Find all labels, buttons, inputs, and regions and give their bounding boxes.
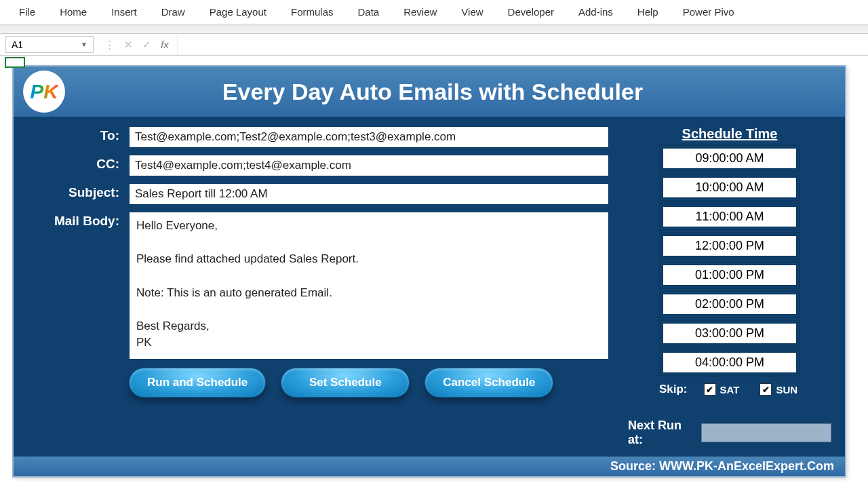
skip-sat-label: SAT [720,384,740,395]
button-row: Run and Schedule Set Schedule Cancel Sch… [129,368,609,398]
ribbon-tab-page-layout[interactable]: Page Layout [197,1,279,23]
next-run-label: Next Run at: [628,419,697,447]
ribbon-tab-home[interactable]: Home [47,1,99,23]
next-run-row: Next Run at: [628,419,831,447]
ribbon-tab-draw[interactable]: Draw [149,1,197,23]
scheduler-panel: PK Every Day Auto Emails with Scheduler … [12,65,846,478]
panel-footer: Source: WWW.PK-AnExcelExpert.Com [14,457,845,476]
name-box-value: A1 [12,39,23,50]
name-box[interactable]: A1 ▼ [5,36,94,53]
ribbon-tabs: File Home Insert Draw Page Layout Formul… [0,0,868,24]
ribbon-spacer [0,24,868,34]
body-input[interactable]: Hello Everyone, Please find attached upd… [129,212,609,360]
time-slot-2[interactable]: 10:00:00 AM [662,176,797,199]
form-left: To: Test@example.com;Test2@example.com;t… [27,126,609,447]
chevron-down-icon: ▼ [81,41,87,48]
time-slot-1[interactable]: 09:00:00 AM [662,147,797,170]
cell-cursor-a1[interactable] [5,57,25,68]
subject-input[interactable]: Sales Report till 12:00 AM [129,183,609,205]
dots-icon: ⋮ [104,39,115,51]
time-slot-7[interactable]: 03:00:00 PM [662,322,797,345]
run-and-schedule-button[interactable]: Run and Schedule [129,368,266,398]
cancel-schedule-button[interactable]: Cancel Schedule [425,368,553,398]
ribbon-tab-insert[interactable]: Insert [99,1,149,23]
panel-title: Every Day Auto Emails with Scheduler [77,79,835,105]
formula-bar-icons: ⋮ ✕ ✓ fx [96,34,178,55]
label-cc: CC: [27,155,129,172]
skip-sun[interactable]: ✔ SUN [755,382,802,397]
panel-body: To: Test@example.com;Test2@example.com;t… [14,117,845,457]
skip-label: Skip: [659,383,688,396]
skip-sat[interactable]: ✔ SAT [700,382,744,397]
set-schedule-button[interactable]: Set Schedule [281,368,410,398]
fx-icon[interactable]: fx [161,39,169,50]
ribbon-tab-view[interactable]: View [449,1,495,23]
sheet-area: PK Every Day Auto Emails with Scheduler … [0,56,868,502]
ribbon-tab-formulas[interactable]: Formulas [279,1,346,23]
time-slot-6[interactable]: 02:00:00 PM [662,293,797,315]
time-slot-8[interactable]: 04:00:00 PM [662,351,797,374]
cc-input[interactable]: Test4@example.com;test4@example.com [129,155,609,176]
formula-bar: A1 ▼ ⋮ ✕ ✓ fx [0,34,868,56]
skip-row: Skip: ✔ SAT ✔ SUN [628,382,831,397]
time-slot-5[interactable]: 01:00:00 PM [662,264,797,286]
time-slot-3[interactable]: 11:00:00 AM [662,206,797,228]
checkbox-icon: ✔ [704,383,716,395]
ribbon-tab-file[interactable]: File [7,1,47,23]
ribbon-tab-power-pivot[interactable]: Power Pivo [671,1,747,23]
panel-header: PK Every Day Auto Emails with Scheduler [14,66,845,117]
ribbon-tab-developer[interactable]: Developer [496,1,566,23]
ribbon-tab-review[interactable]: Review [391,1,449,23]
ribbon-tab-help[interactable]: Help [625,1,671,23]
skip-sun-label: SUN [776,384,797,395]
time-slot-4[interactable]: 12:00:00 PM [662,235,797,257]
checkbox-icon: ✔ [760,383,772,395]
form-right: Schedule Time 09:00:00 AM 10:00:00 AM 11… [628,126,831,447]
label-body: Mail Body: [27,212,129,229]
label-to: To: [27,126,129,143]
formula-input[interactable] [178,34,868,55]
ribbon-tab-data[interactable]: Data [345,1,391,23]
logo-icon: PK [23,71,65,113]
to-input[interactable]: Test@example.com;Test2@example.com;test3… [129,126,609,148]
enter-icon[interactable]: ✓ [142,39,151,51]
ribbon-tab-addins[interactable]: Add-ins [566,1,625,23]
label-subject: Subject: [27,183,129,200]
next-run-value [701,423,831,442]
schedule-time-title: Schedule Time [682,126,778,142]
cancel-icon[interactable]: ✕ [124,39,133,51]
